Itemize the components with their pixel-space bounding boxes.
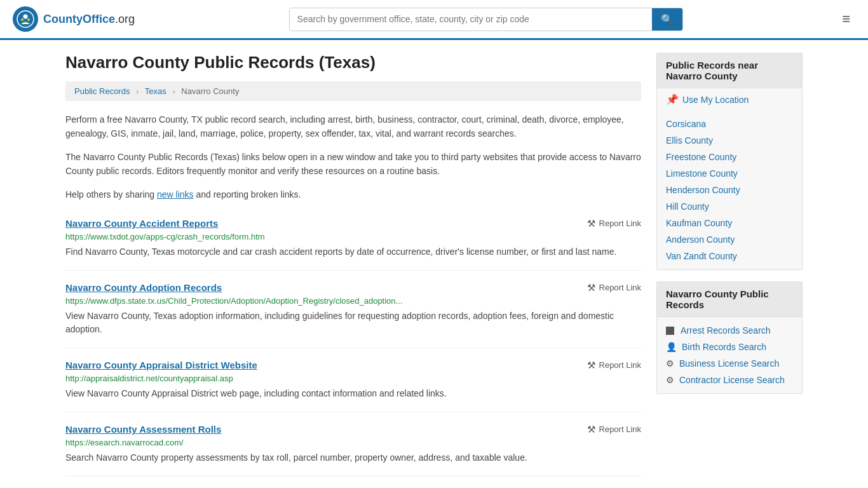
search-icon: 🔍 (661, 14, 674, 25)
logo-brand: CountyOffice (43, 13, 115, 25)
navarro-records-list: Arrest Records Search👤Birth Records Sear… (657, 317, 802, 393)
report-link-label: Report Link (599, 360, 641, 370)
record-desc: View Navarro County, Texas adoption info… (65, 309, 641, 336)
record-desc: Find Navarro County, Texas motorcycle an… (65, 245, 641, 259)
intro-text-1: Perform a free Navarro County, TX public… (65, 112, 641, 141)
logo-svg (17, 10, 34, 28)
sidebar-nearby-item: Van Zandt County (657, 248, 802, 264)
navarro-records-title: Navarro County Public Records (657, 282, 802, 317)
sidebar-nearby-item: Freestone County (657, 149, 802, 165)
sidebar-nearby-item: Limestone County (657, 165, 802, 182)
nearby-title: Public Records near Navarro County (657, 53, 802, 88)
logo-icon (13, 6, 38, 32)
sidebar-record-item: ⚙Contractor License Search (657, 372, 802, 388)
sidebar-record-item: Arrest Records Search (657, 322, 802, 339)
sidebar-nearby-item: Henderson County (657, 182, 802, 198)
sidebar-nearby-link[interactable]: Van Zandt County (666, 251, 737, 261)
navarro-records-section: Navarro County Public Records Arrest Rec… (656, 281, 803, 394)
sidebar-record-link[interactable]: Contractor License Search (679, 375, 785, 385)
report-link-label: Report Link (599, 219, 641, 228)
breadcrumb-sep-2: › (172, 86, 175, 96)
sidebar-nearby-link[interactable]: Ellis County (666, 135, 713, 146)
logo-text: CountyOffice.org (43, 13, 135, 26)
sidebar-nearby-item: Ellis County (657, 132, 802, 149)
nearby-list: CorsicanaEllis CountyFreestone CountyLim… (657, 111, 802, 269)
svg-point-0 (17, 11, 34, 27)
location-pin-icon: 📌 (666, 93, 679, 105)
left-content: Navarro County Public Records (Texas) Pu… (65, 53, 641, 477)
square-icon (666, 327, 674, 335)
report-link-label: Report Link (599, 424, 641, 434)
record-desc: Search Navarro County property assessmen… (65, 451, 641, 464)
right-sidebar: Public Records near Navarro County 📌 Use… (656, 53, 803, 477)
sidebar-nearby-link[interactable]: Freestone County (666, 152, 736, 162)
record-url: http://appraisaldistrict.net/countyappra… (65, 374, 641, 383)
record-header: Navarro County Assessment Rolls ⚒ Report… (65, 424, 641, 435)
record-title-link[interactable]: Navarro County Adoption Records (65, 282, 222, 293)
menu-button[interactable]: ≡ (837, 8, 855, 30)
sidebar-record-link[interactable]: Business License Search (679, 358, 779, 369)
sidebar-nearby-link[interactable]: Hill County (666, 201, 709, 212)
report-icon: ⚒ (587, 218, 595, 229)
sidebar-nearby-link[interactable]: Anderson County (666, 234, 735, 245)
sidebar-record-link[interactable]: Arrest Records Search (681, 325, 771, 336)
record-item: Navarro County Adoption Records ⚒ Report… (65, 271, 641, 348)
sidebar-nearby-item: Hill County (657, 198, 802, 215)
record-title-link[interactable]: Navarro County Appraisal District Websit… (65, 360, 257, 370)
breadcrumb-navarro: Navarro County (181, 86, 239, 96)
report-icon: ⚒ (587, 282, 595, 294)
header: CountyOffice.org 🔍 ≡ (0, 0, 868, 40)
sidebar-nearby-link[interactable]: Kaufman County (666, 218, 732, 228)
intro3-suffix: and reporting broken links. (194, 189, 301, 200)
sidebar-record-item: ⚙Business License Search (657, 355, 802, 372)
main-layout: Navarro County Public Records (Texas) Pu… (53, 40, 815, 488)
svg-point-1 (24, 15, 28, 19)
svg-point-2 (21, 18, 24, 21)
record-title-link[interactable]: Navarro County Accident Reports (65, 218, 218, 229)
intro3-prefix: Help others by sharing (65, 189, 157, 200)
record-item: Navarro County Assessment Rolls ⚒ Report… (65, 412, 641, 477)
page-title: Navarro County Public Records (Texas) (65, 53, 641, 72)
search-bar-area: 🔍 (289, 8, 683, 31)
breadcrumb-sep-1: › (136, 86, 139, 96)
record-url: https://esearch.navarrocad.com/ (65, 438, 641, 447)
sidebar-nearby-item: Corsicana (657, 116, 802, 132)
sidebar-nearby-item: Anderson County (657, 231, 802, 248)
logo-area: CountyOffice.org (13, 6, 135, 32)
sidebar-record-link[interactable]: Birth Records Search (682, 342, 766, 352)
intro-text-2: The Navarro County Public Records (Texas… (65, 150, 641, 179)
logo-org: .org (115, 13, 135, 25)
svg-point-3 (27, 18, 30, 21)
intro-text-3: Help others by sharing new links and rep… (65, 187, 641, 201)
breadcrumb: Public Records › Texas › Navarro County (65, 81, 641, 101)
record-url: https://www.dfps.state.tx.us/Child_Prote… (65, 296, 641, 306)
sidebar-nearby-item: Kaufman County (657, 215, 802, 231)
record-header: Navarro County Appraisal District Websit… (65, 360, 641, 371)
report-link-button[interactable]: ⚒ Report Link (587, 424, 641, 435)
use-location-button[interactable]: 📌 Use My Location (657, 88, 802, 111)
sidebar-record-item: 👤Birth Records Search (657, 339, 802, 355)
report-icon: ⚒ (587, 360, 595, 371)
search-button[interactable]: 🔍 (652, 8, 682, 30)
report-link-button[interactable]: ⚒ Report Link (587, 360, 641, 371)
gear-icon: ⚙ (666, 375, 674, 385)
use-location-label: Use My Location (682, 95, 749, 105)
report-link-button[interactable]: ⚒ Report Link (587, 282, 641, 294)
record-item: Navarro County Appraisal District Websit… (65, 348, 641, 412)
hamburger-icon: ≡ (842, 11, 850, 27)
person-icon: 👤 (666, 342, 677, 352)
record-header: Navarro County Accident Reports ⚒ Report… (65, 218, 641, 229)
record-header: Navarro County Adoption Records ⚒ Report… (65, 282, 641, 294)
new-links-link[interactable]: new links (157, 189, 194, 200)
report-icon: ⚒ (587, 424, 595, 435)
sidebar-nearby-link[interactable]: Corsicana (666, 119, 706, 129)
record-title-link[interactable]: Navarro County Assessment Rolls (65, 424, 221, 435)
gear-icon: ⚙ (666, 358, 674, 369)
sidebar-nearby-link[interactable]: Henderson County (666, 185, 740, 195)
sidebar-nearby-link[interactable]: Limestone County (666, 168, 738, 179)
search-input[interactable] (290, 9, 652, 29)
breadcrumb-public-records[interactable]: Public Records (74, 86, 130, 96)
breadcrumb-texas[interactable]: Texas (145, 86, 166, 96)
report-link-button[interactable]: ⚒ Report Link (587, 218, 641, 229)
record-desc: View Navarro County Appraisal District w… (65, 387, 641, 400)
